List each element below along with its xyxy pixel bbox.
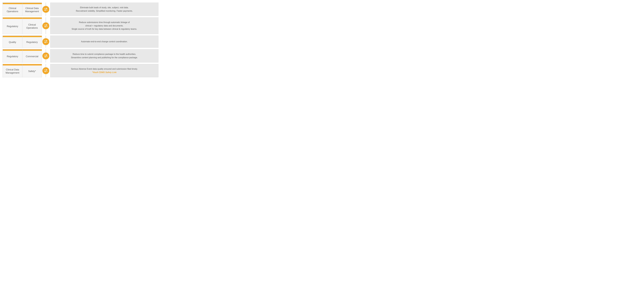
left-half-3: Regulatory	[3, 49, 22, 62]
description-panel: Serious Adverse Event data quality ensur…	[50, 64, 158, 77]
left-panel-1: RegulatoryClinical Operations	[2, 18, 42, 34]
orange-note-text: *Vault CDMS Safety Link	[92, 71, 116, 74]
orange-bar	[22, 36, 42, 37]
bidirectional-arrow-icon	[42, 22, 49, 29]
orange-bar	[3, 3, 22, 4]
table-row: RegulatoryCommercial Reduce time to subm…	[2, 49, 158, 62]
left-label: Quality	[3, 37, 22, 48]
right-half-1: Clinical Operations	[22, 18, 42, 34]
arrows-svg	[44, 8, 48, 11]
left-label: Clinical Operations	[3, 4, 22, 16]
arrows-svg	[44, 40, 48, 44]
arrows-svg	[44, 69, 48, 72]
right-label: Regulatory	[22, 37, 42, 48]
description-panel: Automate end-to-end change control coord…	[50, 36, 158, 48]
left-panel-4: Clinical Data ManagementSafety*	[2, 64, 42, 77]
divider-column	[42, 18, 50, 34]
right-label: Commercial	[22, 51, 42, 62]
description-text: Automate end-to-end change control coord…	[81, 40, 128, 43]
right-half-4: Safety*	[22, 64, 42, 77]
left-label: Clinical Data Management	[3, 66, 22, 77]
left-panel-3: RegulatoryCommercial	[2, 49, 42, 62]
left-half-2: Quality	[3, 36, 22, 48]
orange-bar	[3, 36, 22, 37]
bidirectional-arrow-icon	[42, 52, 49, 59]
bidirectional-arrow-icon	[42, 6, 49, 13]
description-panel: Eliminate bulk loads of study, site, sub…	[50, 2, 158, 16]
description-text: Reduce time to submit compliance package…	[71, 52, 138, 59]
description-text: Reduce submissions time through automati…	[72, 21, 137, 31]
left-panel-0: Clinical OperationsClinical Data Managem…	[2, 2, 42, 16]
left-half-4: Clinical Data Management	[3, 64, 22, 77]
right-label: Clinical Operations	[22, 19, 42, 34]
bidirectional-arrow-icon	[42, 38, 49, 45]
table-row: Clinical Data ManagementSafety* Serious …	[2, 64, 158, 77]
right-label: Safety*	[22, 66, 42, 77]
description-panel: Reduce submissions time through automati…	[50, 18, 158, 34]
orange-bar	[3, 18, 22, 19]
left-panel-2: QualityRegulatory	[2, 36, 42, 48]
bidirectional-arrow-icon	[42, 67, 49, 74]
left-half-1: Regulatory	[3, 18, 22, 34]
left-label: Regulatory	[3, 19, 22, 34]
orange-bar	[3, 49, 22, 51]
arrows-svg	[44, 54, 48, 58]
orange-bar	[22, 64, 42, 66]
left-half-0: Clinical Operations	[3, 3, 22, 16]
right-half-2: Regulatory	[22, 36, 42, 48]
orange-bar	[22, 3, 42, 4]
divider-column	[42, 49, 50, 62]
table-row: Clinical OperationsClinical Data Managem…	[2, 2, 158, 16]
orange-bar	[22, 49, 42, 51]
right-label: Clinical Data Management	[22, 4, 42, 16]
orange-bar	[22, 18, 42, 19]
divider-column	[42, 64, 50, 77]
table-row: RegulatoryClinical Operations Reduce sub…	[2, 18, 158, 34]
table-row: QualityRegulatory Automate end-to-end ch…	[2, 36, 158, 48]
arrows-svg	[44, 24, 48, 28]
divider-column	[42, 36, 50, 48]
orange-bar	[3, 64, 22, 66]
divider-column	[42, 2, 50, 16]
left-label: Regulatory	[3, 51, 22, 62]
description-panel: Reduce time to submit compliance package…	[50, 49, 158, 62]
right-half-3: Commercial	[22, 49, 42, 62]
description-text: Eliminate bulk loads of study, site, sub…	[76, 6, 133, 12]
description-text: Serious Adverse Event data quality ensur…	[71, 67, 138, 74]
right-half-0: Clinical Data Management	[22, 3, 42, 16]
